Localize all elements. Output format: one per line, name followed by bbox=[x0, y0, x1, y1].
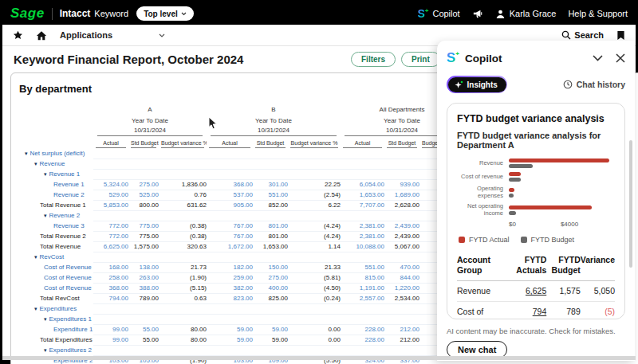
value-cell[interactable]: 551.00 bbox=[253, 190, 288, 200]
row-label[interactable]: Revenue 2 bbox=[49, 212, 81, 219]
value-cell[interactable]: 767.00 bbox=[207, 231, 253, 241]
value-cell[interactable]: 775.00 bbox=[128, 221, 159, 231]
value-cell[interactable]: 400.00 bbox=[253, 283, 288, 293]
value-cell[interactable]: 6,054.00 bbox=[341, 179, 384, 190]
column-group-date-text: 10/31/2024 bbox=[97, 127, 203, 136]
applications-menu[interactable]: Applications bbox=[60, 30, 165, 40]
value-cell[interactable]: 368.00 bbox=[93, 283, 128, 293]
value-cell[interactable]: 275.00 bbox=[128, 179, 159, 190]
value-cell[interactable]: 1,672.00 bbox=[207, 241, 253, 252]
report-action-button-filters[interactable]: Filters bbox=[351, 52, 396, 67]
collapse-triangle-icon[interactable]: ▾ bbox=[44, 347, 47, 353]
value-cell[interactable]: 182.00 bbox=[207, 262, 253, 272]
value-cell[interactable]: 150.00 bbox=[253, 262, 288, 272]
value-cell[interactable]: 259.00 bbox=[207, 272, 253, 283]
value-cell[interactable]: 794.00 bbox=[93, 293, 128, 303]
value-cell bbox=[159, 303, 207, 314]
row-label[interactable]: Revenue bbox=[40, 160, 65, 167]
collapse-triangle-icon[interactable]: ▾ bbox=[44, 213, 47, 218]
home-icon[interactable] bbox=[36, 30, 47, 41]
value-cell[interactable]: 815.00 bbox=[341, 272, 384, 283]
value-cell[interactable]: 2,557.00 bbox=[341, 293, 384, 303]
value-cell[interactable]: 1,653.00 bbox=[341, 190, 384, 200]
insights-button[interactable]: Insights bbox=[447, 76, 507, 93]
value-cell[interactable]: 99.00 bbox=[93, 335, 128, 345]
favorites-star-icon[interactable] bbox=[13, 30, 23, 41]
collapse-triangle-icon[interactable]: ▾ bbox=[44, 316, 47, 322]
collapse-triangle-icon[interactable]: ▾ bbox=[34, 254, 37, 260]
value-cell[interactable]: 767.00 bbox=[207, 221, 253, 231]
value-cell[interactable]: 1,689.00 bbox=[384, 190, 419, 200]
actuals-link[interactable]: 6,625 bbox=[526, 286, 546, 296]
value-cell[interactable]: 99.00 bbox=[93, 324, 128, 335]
collapse-triangle-icon[interactable]: ▾ bbox=[34, 306, 37, 311]
value-cell[interactable]: 301.00 bbox=[253, 179, 288, 190]
help-support-link[interactable]: Help & Support bbox=[568, 9, 628, 18]
value-cell[interactable]: 470.00 bbox=[384, 262, 419, 272]
value-cell[interactable]: 59.00 bbox=[207, 335, 253, 345]
report-action-button-print[interactable]: Print bbox=[401, 52, 440, 67]
row-label[interactable]: Expenditures bbox=[40, 305, 77, 312]
value-cell[interactable]: 6,625.00 bbox=[93, 241, 128, 252]
value-cell[interactable]: 905.00 bbox=[207, 200, 253, 210]
value-cell[interactable]: 5,324.00 bbox=[93, 179, 128, 190]
value-cell[interactable]: 10,088.00 bbox=[341, 241, 384, 252]
value-cell: 2,439.00 bbox=[384, 231, 419, 241]
value-cell[interactable]: 168.00 bbox=[93, 262, 128, 272]
row-label[interactable]: Revenue 1 bbox=[49, 170, 81, 178]
row-label[interactable]: Expenditures 1 bbox=[49, 315, 92, 323]
collapse-triangle-icon[interactable]: ▾ bbox=[25, 151, 28, 156]
value-cell[interactable]: 382.00 bbox=[207, 283, 253, 293]
value-cell[interactable]: 263.00 bbox=[128, 272, 159, 283]
value-cell[interactable]: 1,191.00 bbox=[341, 283, 384, 293]
value-cell[interactable]: 939.00 bbox=[384, 179, 419, 190]
value-cell[interactable]: 138.00 bbox=[128, 262, 159, 272]
bookmark-icon[interactable] bbox=[616, 30, 625, 41]
bottom-scroll-strip[interactable] bbox=[2, 356, 636, 360]
value-cell[interactable]: 212.00 bbox=[384, 324, 419, 335]
row-label[interactable]: RevCost bbox=[40, 253, 65, 260]
value-cell[interactable]: 228.00 bbox=[341, 324, 384, 335]
row-label[interactable]: Expenditures 2 bbox=[49, 346, 92, 354]
value-cell[interactable]: 551.00 bbox=[341, 262, 384, 272]
value-cell[interactable]: 844.00 bbox=[384, 272, 419, 283]
announcements-button[interactable] bbox=[472, 9, 483, 18]
value-cell bbox=[253, 148, 288, 159]
legend-item: FYTD Budget bbox=[521, 236, 575, 244]
entity-selector[interactable]: Top level bbox=[136, 6, 194, 21]
value-cell[interactable]: 2,381.00 bbox=[341, 231, 384, 241]
search-button[interactable]: Search bbox=[561, 30, 604, 40]
value-cell[interactable]: 275.00 bbox=[253, 272, 288, 283]
value-cell bbox=[207, 303, 253, 314]
value-cell[interactable]: 59.00 bbox=[207, 324, 253, 335]
value-cell[interactable]: 388.00 bbox=[128, 283, 159, 293]
close-icon[interactable] bbox=[616, 53, 625, 63]
value-cell[interactable]: 228.00 bbox=[341, 335, 384, 345]
collapse-triangle-icon[interactable]: ▾ bbox=[44, 171, 47, 177]
minimize-chevron-icon[interactable] bbox=[593, 55, 603, 61]
topbar-copilot-button[interactable]: S+ Copilot bbox=[417, 7, 459, 20]
collapse-triangle-icon[interactable]: ▾ bbox=[34, 161, 37, 166]
value-cell[interactable]: 258.00 bbox=[93, 272, 128, 283]
actuals-link[interactable]: 794 bbox=[533, 307, 547, 316]
value-cell[interactable]: 368.00 bbox=[207, 179, 253, 190]
value-cell[interactable]: 537.00 bbox=[207, 190, 253, 200]
value-cell[interactable]: 2,381.00 bbox=[341, 221, 384, 231]
value-cell[interactable]: 823.00 bbox=[207, 293, 253, 303]
value-cell[interactable]: 1,220.00 bbox=[384, 283, 419, 293]
value-cell[interactable]: 59.00 bbox=[253, 324, 288, 335]
copilot-scrollbar[interactable] bbox=[629, 140, 632, 268]
value-cell[interactable]: 801.00 bbox=[253, 221, 288, 231]
value-cell[interactable]: 7,707.00 bbox=[341, 200, 384, 210]
value-cell[interactable]: 772.00 bbox=[93, 221, 128, 231]
value-cell[interactable]: 5,853.00 bbox=[93, 200, 128, 210]
user-menu[interactable]: Karla Grace bbox=[495, 9, 557, 19]
value-cell[interactable]: 772.00 bbox=[93, 231, 128, 241]
value-cell[interactable]: 525.00 bbox=[128, 190, 159, 200]
row-label[interactable]: Net surplus (deficit) bbox=[30, 150, 85, 157]
financial-report-table: ABAll DepartmentsYear To DateYear To Dat… bbox=[14, 104, 463, 364]
value-cell[interactable]: 55.00 bbox=[128, 324, 159, 335]
chat-history-button[interactable]: Chat history bbox=[563, 80, 625, 89]
value-cell[interactable]: 2,439.00 bbox=[384, 221, 419, 231]
value-cell[interactable]: 529.00 bbox=[93, 190, 128, 200]
